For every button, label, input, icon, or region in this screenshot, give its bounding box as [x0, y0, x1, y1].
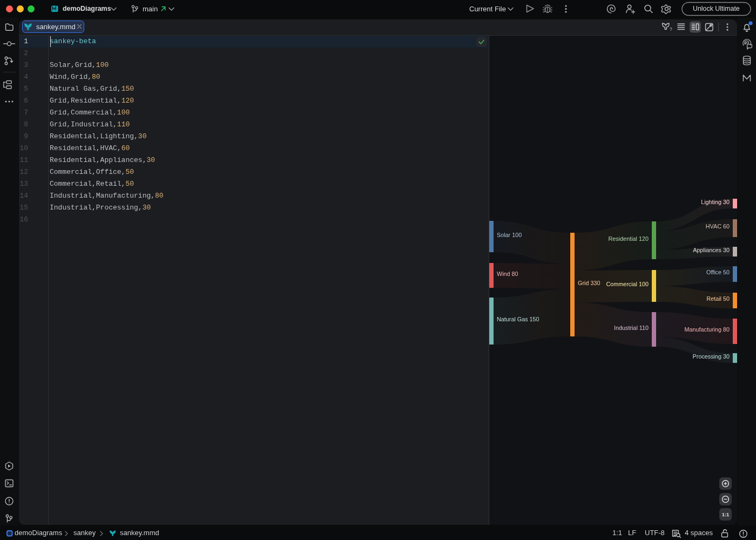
svg-text:?: ? [670, 26, 672, 32]
